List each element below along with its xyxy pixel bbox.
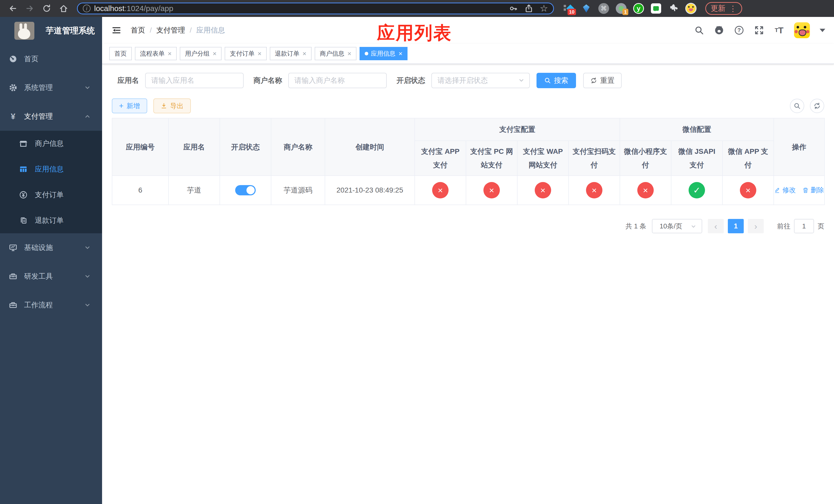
tab-process-form[interactable]: 流程表单×: [135, 47, 177, 60]
address-bar[interactable]: i localhost:1024/pay/app ☆: [77, 3, 554, 14]
col-header-wechat-app: 微信 APP 支付: [722, 141, 774, 176]
github-icon[interactable]: [714, 25, 724, 36]
browser-toolbar: i localhost:1024/pay/app ☆ 10 ⌘ 1 y 更新 ⋮: [0, 0, 834, 17]
chevron-down-icon: [84, 244, 91, 251]
close-tab-icon[interactable]: ×: [398, 50, 402, 57]
sidebar-item-payment[interactable]: ¥ 支付管理: [0, 102, 102, 131]
yen-icon: ¥: [9, 112, 18, 121]
profile-emoji-icon[interactable]: [685, 3, 697, 14]
app-name-input[interactable]: [145, 73, 244, 88]
status-icon: ×: [586, 182, 602, 199]
site-info-icon[interactable]: i: [83, 5, 90, 12]
sidebar-item-refund-orders[interactable]: 退款订单: [0, 208, 102, 233]
breadcrumb-payment[interactable]: 支付管理: [156, 25, 185, 35]
tags-view-bar: 首页 流程表单× 用户分组× 支付订单× 退款订单× 商户信息× 应用信息×: [102, 44, 834, 64]
refresh-table-button[interactable]: [810, 99, 824, 113]
col-group-alipay: 支付宝配置: [415, 118, 620, 141]
browser-back-button[interactable]: [6, 1, 20, 16]
share-icon[interactable]: [524, 4, 533, 13]
page-size-select[interactable]: 10条/页: [652, 219, 702, 233]
col-header-alipay-wap: 支付宝 WAP 网站支付: [517, 141, 569, 176]
extension-y-icon[interactable]: y: [633, 3, 644, 14]
browser-update-menu-button[interactable]: 更新 ⋮: [705, 2, 742, 15]
sidebar-item-dev-tools[interactable]: 研发工具: [0, 262, 102, 291]
toggle-search-button[interactable]: [790, 99, 804, 113]
merchant-name-input[interactable]: [288, 73, 387, 88]
sidebar-item-workflow[interactable]: 工作流程: [0, 291, 102, 319]
cell-open-status: [220, 176, 271, 205]
navbar: 首页 / 支付管理 / 应用信息 ? TT: [102, 17, 834, 44]
sidebar-item-home[interactable]: 首页: [0, 45, 102, 73]
page-number-1[interactable]: 1: [728, 219, 744, 233]
extension-gem-icon[interactable]: [580, 3, 592, 14]
close-tab-icon[interactable]: ×: [348, 50, 351, 57]
open-status-select[interactable]: [431, 73, 530, 88]
extension-command-icon[interactable]: ⌘: [598, 3, 609, 14]
reset-button[interactable]: 重置: [583, 73, 622, 88]
tab-user-group[interactable]: 用户分组×: [180, 47, 222, 60]
tab-refund-orders[interactable]: 退款订单×: [270, 47, 312, 60]
tab-app-info[interactable]: 应用信息×: [359, 47, 408, 60]
status-icon: ×: [740, 182, 756, 199]
col-header-wechat-mini: 微信小程序支付: [620, 141, 671, 176]
monitor-chart-icon: [9, 243, 18, 252]
sidebar-fold-icon[interactable]: [111, 25, 122, 36]
chevron-down-icon: [690, 223, 697, 230]
font-size-icon[interactable]: TT: [774, 25, 784, 36]
refresh-icon: [590, 77, 597, 84]
extensions-puzzle-icon[interactable]: [668, 3, 679, 14]
browser-reload-button[interactable]: [40, 1, 54, 16]
cell-app-id: 6: [112, 176, 169, 205]
close-tab-icon[interactable]: ×: [258, 50, 261, 57]
status-toggle[interactable]: [235, 185, 256, 196]
trash-icon: [803, 187, 809, 193]
app-logo[interactable]: 芋道管理系统: [0, 17, 102, 45]
tab-home[interactable]: 首页: [109, 47, 132, 60]
sidebar-item-infrastructure[interactable]: 基础设施: [0, 233, 102, 262]
prev-page-button[interactable]: ‹: [708, 219, 724, 233]
fullscreen-icon[interactable]: [754, 25, 764, 36]
export-button[interactable]: 导出: [153, 98, 191, 113]
status-icon: ×: [483, 182, 500, 199]
search-button[interactable]: 搜索: [536, 73, 576, 88]
yen-circle-icon: [19, 190, 28, 199]
add-button[interactable]: + 新增: [112, 98, 147, 113]
cell-actions: 修改 删除: [774, 176, 825, 205]
extension-recorder-icon[interactable]: 1: [615, 3, 627, 14]
active-tab-dot: [365, 52, 368, 55]
sidebar-item-system[interactable]: 系统管理: [0, 73, 102, 102]
browser-home-button[interactable]: [57, 1, 71, 16]
tab-pay-orders[interactable]: 支付订单×: [225, 47, 266, 60]
browser-forward-button[interactable]: [23, 1, 37, 16]
tab-merchant-info[interactable]: 商户信息×: [315, 47, 356, 60]
close-tab-icon[interactable]: ×: [303, 50, 306, 57]
page-content: 应用名 商户名称 开启状态 搜索 重置: [102, 64, 834, 233]
col-header-actions: 操作: [774, 118, 825, 176]
back-icon: [8, 4, 18, 13]
search-icon[interactable]: [694, 25, 704, 36]
goto-page-input[interactable]: [794, 219, 814, 233]
extension-blocks-icon[interactable]: 10: [563, 3, 574, 14]
sidebar-item-app-info[interactable]: 应用信息: [0, 156, 102, 182]
sidebar-item-pay-orders[interactable]: 支付订单: [0, 182, 102, 208]
search-icon: [793, 102, 801, 110]
delete-link[interactable]: 删除: [803, 186, 824, 194]
forward-icon: [25, 4, 35, 13]
breadcrumb-home[interactable]: 首页: [131, 25, 145, 35]
next-page-button[interactable]: ›: [748, 219, 764, 233]
pencil-icon: [774, 187, 781, 193]
col-header-alipay-app: 支付宝 APP 支付: [415, 141, 466, 176]
extension-chat-icon[interactable]: [650, 3, 662, 14]
close-tab-icon[interactable]: ×: [213, 50, 216, 57]
documents-icon: [19, 216, 28, 225]
app-name-label: 应用名: [117, 76, 139, 85]
help-icon[interactable]: ?: [734, 25, 744, 36]
col-header-app-id: 应用编号: [112, 118, 169, 176]
password-key-icon[interactable]: [509, 4, 518, 13]
sidebar-item-merchant-info[interactable]: 商户信息: [0, 131, 102, 156]
close-tab-icon[interactable]: ×: [168, 50, 172, 57]
edit-link[interactable]: 修改: [774, 186, 796, 194]
avatar-caret-icon[interactable]: [820, 29, 825, 32]
bookmark-star-icon[interactable]: ☆: [540, 4, 548, 13]
user-avatar[interactable]: [794, 22, 810, 38]
